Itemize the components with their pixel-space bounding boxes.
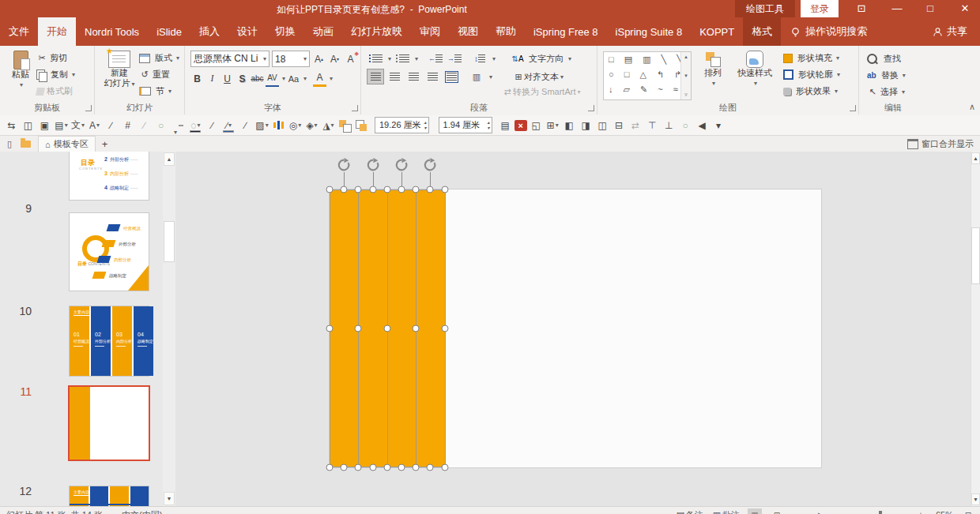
tab-nordri-tools[interactable]: Nordri Tools	[76, 17, 148, 46]
shape-row[interactable]: ○ □ △ ↰ ↱ ⇒	[604, 67, 691, 82]
fill-color-icon[interactable]: ◌▾	[188, 118, 203, 133]
slide-thumbnail-12[interactable]: 主要内容	[70, 486, 149, 506]
selection-handle[interactable]	[355, 186, 362, 193]
align-text-button[interactable]: ⊞ 对齐文本▾	[513, 71, 564, 83]
selection-handle[interactable]	[355, 464, 362, 471]
shape-height-field[interactable]: 19.26 厘米▴▾	[375, 117, 429, 133]
selection-handle[interactable]	[441, 186, 448, 193]
clipboard-dialog-launcher-icon[interactable]	[85, 105, 92, 111]
delete-icon[interactable]: ×	[514, 120, 527, 131]
selection-handle[interactable]	[341, 186, 348, 193]
zoom-in-icon[interactable]: +	[914, 508, 928, 514]
replace-button[interactable]: ab替换▾	[867, 67, 927, 84]
slide-sorter-icon[interactable]: ⊞	[770, 508, 784, 514]
shape-outline-button[interactable]: 形状轮廓▾	[783, 66, 840, 83]
new-document-icon[interactable]: ▯	[3, 138, 16, 149]
text-shadow-button[interactable]: S	[236, 72, 249, 86]
text-direction-button[interactable]: 文字方向	[529, 53, 564, 65]
italic-button[interactable]: I	[205, 72, 219, 86]
slide-thumbnail-8[interactable]: 目录 CONTENTS 2外部分析 —— 3内部分析 —— 4战略制定 ——	[70, 152, 149, 200]
tab-design[interactable]: 设计	[228, 17, 266, 46]
selection-handle[interactable]	[355, 325, 362, 332]
font-dialog-icon[interactable]: A▾	[87, 118, 102, 133]
selection-handle[interactable]	[413, 325, 420, 332]
selection-handle[interactable]	[383, 464, 390, 471]
merge-shapes-icon[interactable]: ◎▾	[288, 118, 303, 133]
selection-handle[interactable]	[326, 186, 334, 193]
minimize-icon[interactable]: —	[885, 0, 909, 17]
selection-handle[interactable]	[441, 325, 448, 332]
align-center-objects-icon[interactable]: ◫	[595, 118, 610, 133]
scroll-down-icon[interactable]: ▼	[164, 492, 175, 505]
align-right-button[interactable]	[405, 69, 421, 84]
send-backward-icon[interactable]	[354, 118, 369, 133]
notes-icon[interactable]: ▤	[498, 118, 513, 133]
new-slide-button[interactable]: 新建 幻灯片▾	[100, 46, 139, 99]
selection-handle[interactable]	[413, 186, 420, 193]
insert-picture-icon[interactable]: ▨▾	[254, 118, 270, 133]
justify-button[interactable]	[424, 69, 440, 84]
find-button[interactable]: 查找	[867, 51, 927, 67]
3d-effect-icon[interactable]: ◮▾	[321, 118, 336, 133]
align-top-objects-icon[interactable]: ⊤	[645, 118, 660, 133]
arrange-button[interactable]: 排列▾	[699, 46, 726, 100]
drawing-dialog-launcher-icon[interactable]	[850, 105, 856, 111]
open-folder-icon[interactable]	[19, 138, 32, 149]
theme-palette-icon[interactable]: ▾	[170, 117, 187, 134]
tab-home[interactable]: 开始	[38, 17, 76, 46]
align-right-objects-icon[interactable]: ◨	[579, 118, 594, 133]
align-left-objects-icon[interactable]: ◧	[562, 118, 577, 133]
rotation-handle[interactable]	[394, 158, 409, 172]
eyedropper-icon[interactable]: ∕	[104, 118, 119, 133]
font-color-button[interactable]: A	[313, 70, 326, 87]
change-case-button[interactable]: Aa	[287, 72, 300, 86]
shape-width-field[interactable]: 1.94 厘米▴▾	[439, 117, 492, 133]
comments-toggle[interactable]: ▥批注	[711, 509, 740, 514]
scrollbar-thumb[interactable]	[164, 221, 175, 262]
selection-handle[interactable]	[427, 186, 434, 193]
bullets-button[interactable]	[368, 51, 383, 66]
eyedropper-icon[interactable]: ∕	[205, 118, 220, 133]
shape-effects-button[interactable]: 形状效果▾	[783, 83, 840, 99]
scroll-up-icon[interactable]: ▲	[971, 152, 980, 164]
tab-ispring-suite[interactable]: iSpring Suite 8	[607, 17, 692, 46]
tab-islide[interactable]: iSlide	[148, 17, 190, 46]
font-dialog-launcher-icon[interactable]	[352, 105, 358, 111]
maximize-icon[interactable]: □	[918, 0, 942, 17]
align-middle-objects-icon[interactable]: ⊟	[612, 118, 627, 133]
selection-handle[interactable]	[398, 464, 405, 471]
font-size-combo[interactable]: 18▾	[272, 51, 310, 67]
tab-review[interactable]: 审阅	[411, 17, 449, 46]
tab-view[interactable]: 视图	[449, 17, 487, 46]
grow-font-button[interactable]: A▴	[312, 52, 326, 66]
selection-handle[interactable]	[326, 464, 334, 471]
columns-button[interactable]: ▥	[469, 69, 484, 84]
paragraph-dialog-launcher-icon[interactable]	[588, 105, 594, 111]
format-painter-button[interactable]: 格式刷	[36, 83, 75, 99]
rotation-handle[interactable]	[423, 158, 437, 172]
selection-handle[interactable]	[441, 464, 448, 471]
add-tab-button[interactable]: +	[96, 138, 115, 150]
eyedropper-icon[interactable]: ∕	[238, 118, 253, 133]
increase-indent-button[interactable]: →	[447, 51, 462, 66]
combine-shapes-icon[interactable]: ◈▾	[304, 118, 319, 133]
selection-pane-icon[interactable]: ◱	[529, 118, 544, 133]
collapse-ribbon-icon[interactable]: ∧	[969, 102, 975, 112]
ribbon-display-options-icon[interactable]: ⊡	[850, 0, 873, 17]
tab-ispring-free[interactable]: iSpring Free 8	[525, 17, 607, 46]
underline-button[interactable]: U	[220, 72, 234, 86]
align-left-button[interactable]	[368, 69, 383, 84]
tab-animations[interactable]: 动画	[304, 17, 342, 46]
close-icon[interactable]: ✕	[953, 0, 977, 17]
tab-format[interactable]: 格式	[743, 17, 781, 46]
font-name-combo[interactable]: 思源黑体 CN Li▾	[190, 51, 270, 67]
scroll-up-icon[interactable]: ▲	[164, 152, 175, 166]
shape-row[interactable]: □ ▤ ▥ ╲ ╲ ▭	[604, 52, 691, 67]
strikethrough-button[interactable]: abc	[251, 72, 264, 86]
fit-to-window-icon[interactable]: ⊡	[961, 508, 975, 514]
rotation-handle[interactable]	[366, 158, 380, 172]
replace-picture-icon[interactable]: ⇄	[628, 118, 643, 133]
selection-handle[interactable]	[383, 186, 390, 193]
selection-handle[interactable]	[369, 186, 376, 193]
textbox-icon[interactable]: ▤▾	[54, 118, 69, 133]
